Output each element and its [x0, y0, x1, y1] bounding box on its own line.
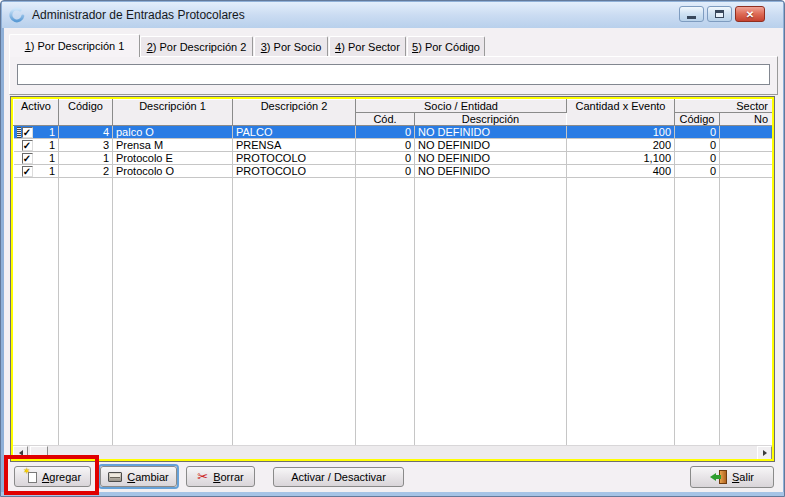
cell-sector-codigo[interactable]: 0	[675, 139, 720, 152]
add-new-icon: ✶	[24, 470, 37, 483]
column-header-socio-codigo[interactable]: Cód.	[356, 113, 415, 126]
cell-socio-descripcion[interactable]: NO DEFINIDO	[415, 126, 567, 139]
column-header-sector-codigo[interactable]: Código	[675, 113, 720, 126]
cell-codigo[interactable]: 2	[59, 165, 113, 178]
close-icon: ✕	[746, 9, 754, 20]
borrar-button[interactable]: ✂ Borrar	[186, 466, 255, 487]
cell-sector-codigo[interactable]: 0	[675, 152, 720, 165]
cell-descripcion-2[interactable]: PRENSA	[233, 139, 356, 152]
borrar-label: Borrar	[213, 471, 244, 483]
tab-por-codigo[interactable]: 5) Por Código	[407, 36, 485, 57]
minimize-icon	[687, 16, 696, 19]
cell-codigo[interactable]: 3	[59, 139, 113, 152]
tab-label: 2) Por Descripción 2	[147, 41, 247, 53]
cell-sector-nombre[interactable]	[720, 165, 773, 178]
cell-descripcion-1[interactable]: palco O	[113, 126, 233, 139]
tab-por-socio[interactable]: 3) Por Socio	[254, 36, 328, 57]
cell-socio-codigo[interactable]: 0	[356, 152, 415, 165]
cell-descripcion-1[interactable]: Protocolo O	[113, 165, 233, 178]
cell-codigo[interactable]: 1	[59, 152, 113, 165]
column-header-codigo[interactable]: Código	[59, 100, 113, 126]
scrollbar-thumb[interactable]	[30, 446, 48, 460]
cell-codigo[interactable]: 4	[59, 126, 113, 139]
cell-activo: 1	[33, 139, 56, 151]
salir-button[interactable]: Salir	[690, 466, 774, 488]
maximize-icon	[715, 10, 724, 18]
cell-activo: 1	[33, 165, 56, 177]
cell-activo: 1	[33, 152, 56, 164]
cell-cantidad[interactable]: 400	[567, 165, 675, 178]
edit-icon	[108, 472, 122, 482]
cell-sector-nombre[interactable]	[720, 152, 773, 165]
cell-descripcion-2[interactable]: PALCO	[233, 126, 356, 139]
scissors-icon: ✂	[197, 470, 208, 483]
tab-por-sector[interactable]: 4) Por Sector	[329, 36, 406, 57]
agregar-button[interactable]: ✶ Agregar	[14, 466, 91, 487]
table-row[interactable]: ✓ 1 1 Protocolo E PROTOCOLO 0 NO DEFINID…	[14, 152, 773, 165]
client-area: 1) Por Descripción 1 2) Por Descripción …	[4, 28, 783, 494]
cell-socio-codigo[interactable]: 0	[356, 139, 415, 152]
column-header-sector-nombre[interactable]: No	[720, 113, 773, 126]
search-input[interactable]	[17, 64, 770, 85]
cambiar-label: Cambiar	[127, 471, 169, 483]
scroll-left-icon	[19, 450, 23, 456]
close-button[interactable]: ✕	[735, 6, 765, 22]
checkbox-checked-icon[interactable]: ✓	[22, 153, 33, 164]
horizontal-scrollbar[interactable]	[13, 445, 772, 460]
cell-sector-codigo[interactable]: 0	[675, 126, 720, 139]
minimize-button[interactable]	[679, 6, 704, 22]
table-row[interactable]: ✓ 1 3 Prensa M PRENSA 0 NO DEFINIDO 200 …	[14, 139, 773, 152]
tab-label: 3) Por Socio	[261, 41, 322, 53]
window-title: Administrador de Entradas Protocolares	[32, 8, 245, 22]
tab-page	[9, 56, 778, 95]
cell-socio-descripcion[interactable]: NO DEFINIDO	[415, 165, 567, 178]
data-grid: Activo Código Descripción 1 Descripción …	[13, 99, 772, 445]
cell-descripcion-2[interactable]: PROTOCOLO	[233, 165, 356, 178]
checkbox-checked-icon[interactable]: ✓	[22, 127, 33, 138]
column-header-descripcion-1[interactable]: Descripción 1	[113, 100, 233, 126]
cambiar-button[interactable]: Cambiar	[100, 466, 177, 487]
grid-empty-area	[14, 178, 773, 445]
cell-socio-descripcion[interactable]: NO DEFINIDO	[415, 139, 567, 152]
cell-cantidad[interactable]: 1,100	[567, 152, 675, 165]
maximize-button[interactable]	[707, 6, 732, 22]
salir-label: Salir	[732, 471, 754, 483]
cell-descripcion-1[interactable]: Protocolo E	[113, 152, 233, 165]
cell-socio-codigo[interactable]: 0	[356, 165, 415, 178]
exit-door-icon	[710, 470, 727, 484]
column-header-activo[interactable]: Activo	[14, 100, 59, 126]
scrollbar-left-arrow[interactable]	[13, 446, 28, 460]
cell-cantidad[interactable]: 200	[567, 139, 675, 152]
app-window: Administrador de Entradas Protocolares ✕…	[0, 0, 785, 497]
title-bar[interactable]: Administrador de Entradas Protocolares ✕	[2, 2, 783, 28]
activar-desactivar-label: Activar / Desactivar	[291, 471, 386, 483]
column-group-socio-entidad: Socio / Entidad	[356, 100, 567, 113]
table-row[interactable]: ✓ 1 2 Protocolo O PROTOCOLO 0 NO DEFINID…	[14, 165, 773, 178]
table-row[interactable]: ✓ 1 4 palco O PALCO 0 NO DEFINIDO 100 0	[14, 126, 773, 139]
cell-socio-codigo[interactable]: 0	[356, 126, 415, 139]
cell-descripcion-2[interactable]: PROTOCOLO	[233, 152, 356, 165]
checkbox-checked-icon[interactable]: ✓	[22, 140, 33, 151]
cell-sector-nombre[interactable]	[720, 139, 773, 152]
grid-panel: Activo Código Descripción 1 Descripción …	[10, 96, 775, 462]
selected-row-marker	[17, 127, 21, 138]
checkbox-checked-icon[interactable]: ✓	[22, 166, 33, 177]
column-header-cantidad-x-evento[interactable]: Cantidad x Evento	[567, 100, 675, 126]
cell-sector-nombre[interactable]	[720, 126, 773, 139]
agregar-label: Agregar	[42, 471, 81, 483]
cell-sector-codigo[interactable]: 0	[675, 165, 720, 178]
cell-activo: 1	[33, 126, 56, 138]
window-bottom-border	[1, 492, 784, 496]
tab-por-descripcion-1[interactable]: 1) Por Descripción 1	[9, 34, 140, 57]
tab-label: 4) Por Sector	[335, 41, 400, 53]
tab-label: 1) Por Descripción 1	[25, 40, 125, 52]
tab-por-descripcion-2[interactable]: 2) Por Descripción 2	[140, 36, 253, 57]
scrollbar-right-arrow[interactable]	[757, 446, 772, 460]
column-header-socio-descripcion[interactable]: Descripción	[415, 113, 567, 126]
cell-socio-descripcion[interactable]: NO DEFINIDO	[415, 152, 567, 165]
column-header-descripcion-2[interactable]: Descripción 2	[233, 100, 356, 126]
activar-desactivar-button[interactable]: Activar / Desactivar	[273, 467, 404, 487]
app-icon	[9, 7, 25, 23]
cell-descripcion-1[interactable]: Prensa M	[113, 139, 233, 152]
cell-cantidad[interactable]: 100	[567, 126, 675, 139]
